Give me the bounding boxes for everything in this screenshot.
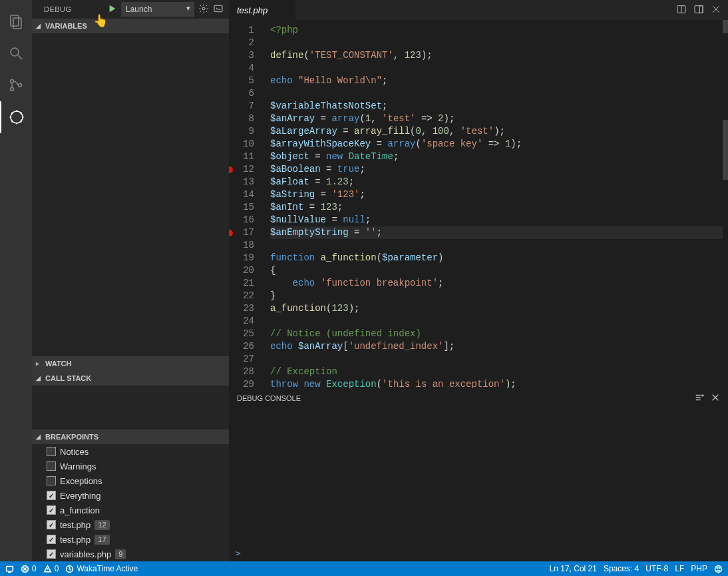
breakpoint-item[interactable]: test.php12 <box>32 517 229 532</box>
line-number[interactable]: 8 <box>229 113 254 125</box>
line-number[interactable]: 23 <box>229 302 254 315</box>
editor-body[interactable]: 1234567891011121314151617181920212223242… <box>229 20 728 388</box>
line-number[interactable]: 6 <box>229 87 254 100</box>
code-line[interactable]: echo $anArray['undefined_index']; <box>270 340 728 353</box>
encoding[interactable]: UTF-8 <box>645 564 668 573</box>
debug-console-input[interactable]: > <box>229 544 728 561</box>
explorer-icon[interactable] <box>0 5 32 37</box>
line-number[interactable]: 10 <box>229 138 254 150</box>
code-line[interactable]: { <box>270 264 728 277</box>
code-line[interactable]: // Notice (undefined index) <box>270 328 728 340</box>
code-line[interactable]: $arrayWithSpaceKey = array('space key' =… <box>270 138 728 150</box>
line-number[interactable]: 21 <box>229 277 254 290</box>
line-number[interactable]: 22 <box>229 290 254 302</box>
indentation[interactable]: Spaces: 4 <box>604 564 639 573</box>
code-line[interactable]: throw new Exception('this is an exceptio… <box>270 378 728 388</box>
breakpoints-section-header[interactable]: ◢ BREAKPOINTS <box>32 430 229 444</box>
breakpoint-item[interactable]: test.php17 <box>32 532 229 547</box>
line-number[interactable]: 25 <box>229 328 254 340</box>
checkbox[interactable] <box>47 476 56 485</box>
breakpoint-item[interactable]: Everything <box>32 488 229 503</box>
code-line[interactable] <box>270 239 728 252</box>
clear-console-icon[interactable] <box>695 393 704 404</box>
callstack-section-header[interactable]: ◢ CALL STACK <box>32 371 229 386</box>
minimap[interactable] <box>723 20 728 388</box>
breakpoint-item[interactable]: Notices <box>32 444 229 459</box>
code-line[interactable]: $anArray = array(1, 'test' => 2); <box>270 113 728 125</box>
checkbox[interactable] <box>47 461 56 471</box>
close-icon[interactable] <box>711 4 721 17</box>
debug-console-icon[interactable] <box>213 3 224 16</box>
code-line[interactable]: $aBoolean = true; <box>270 163 728 176</box>
launch-config-select[interactable]: Launch <box>121 2 194 17</box>
breakpoint-item[interactable]: variables.php9 <box>32 547 229 561</box>
line-number[interactable]: 24 <box>229 315 254 328</box>
line-number[interactable]: 13 <box>229 176 254 188</box>
code-line[interactable]: a_function(123); <box>270 302 728 315</box>
remote-icon[interactable] <box>5 565 14 573</box>
breakpoint-dot[interactable] <box>229 230 233 236</box>
code-line[interactable]: $aString = '123'; <box>270 188 728 201</box>
close-panel-icon[interactable] <box>711 393 720 404</box>
scm-icon[interactable] <box>0 69 32 101</box>
breakpoint-item[interactable]: Warnings <box>32 459 229 473</box>
code-line[interactable] <box>270 315 728 328</box>
code-line[interactable]: function a_function($parameter) <box>270 252 728 264</box>
wakatime-item[interactable]: WakaTime Active <box>65 564 138 573</box>
start-debug-button[interactable] <box>108 4 117 15</box>
split-editor-icon[interactable] <box>676 4 687 17</box>
warnings-item[interactable]: 0 <box>43 564 59 573</box>
code-line[interactable] <box>270 87 728 100</box>
breakpoint-dot[interactable] <box>229 166 233 173</box>
variables-section-header[interactable]: ◢ VARIABLES <box>32 19 229 33</box>
line-number[interactable]: 19 <box>229 252 254 264</box>
line-number[interactable]: 12 <box>229 163 254 176</box>
line-number[interactable]: 7 <box>229 100 254 113</box>
cursor-position[interactable]: Ln 17, Col 21 <box>550 564 597 573</box>
code-line[interactable]: // Exception <box>270 366 728 378</box>
line-number[interactable]: 26 <box>229 340 254 353</box>
eol[interactable]: LF <box>675 564 684 573</box>
code-line[interactable]: echo "Hello World\n"; <box>270 75 728 87</box>
gear-icon[interactable] <box>198 3 209 16</box>
line-number[interactable]: 2 <box>229 37 254 49</box>
line-number[interactable]: 20 <box>229 264 254 277</box>
code-line[interactable] <box>270 353 728 366</box>
code-line[interactable]: echo 'function breakpoint'; <box>270 277 728 290</box>
code-line[interactable]: } <box>270 290 728 302</box>
line-number[interactable]: 1 <box>229 24 254 37</box>
code-line[interactable]: define('TEST_CONSTANT', 123); <box>270 49 728 62</box>
code-line[interactable]: $nullValue = null; <box>270 214 728 226</box>
line-number[interactable]: 5 <box>229 75 254 87</box>
line-number[interactable]: 15 <box>229 201 254 214</box>
debug-icon[interactable] <box>0 101 32 133</box>
checkbox[interactable] <box>47 505 56 515</box>
code-line[interactable]: $aFloat = 1.23; <box>270 176 728 188</box>
code-line[interactable]: $object = new DateTime; <box>270 150 728 163</box>
code-line[interactable]: <?php <box>270 24 728 37</box>
code-line[interactable] <box>270 37 728 49</box>
breakpoint-item[interactable]: Exceptions <box>32 473 229 488</box>
tab-test-php[interactable]: test.php <box>229 0 295 20</box>
line-number[interactable]: 29 <box>229 378 254 388</box>
line-number[interactable]: 28 <box>229 366 254 378</box>
code-line[interactable]: $anInt = 123; <box>270 201 728 214</box>
checkbox[interactable] <box>47 535 56 544</box>
line-number[interactable]: 14 <box>229 188 254 201</box>
more-icon[interactable] <box>693 4 704 17</box>
code-line[interactable]: $anEmptyString = ''; <box>270 226 728 239</box>
feedback-icon[interactable] <box>714 565 723 573</box>
line-number[interactable]: 27 <box>229 353 254 366</box>
line-number[interactable]: 3 <box>229 49 254 62</box>
line-number[interactable]: 11 <box>229 150 254 163</box>
watch-section-header[interactable]: ▹ WATCH <box>32 356 229 371</box>
checkbox[interactable] <box>47 491 56 500</box>
line-number[interactable]: 9 <box>229 125 254 138</box>
errors-item[interactable]: 0 <box>21 564 37 573</box>
line-number[interactable]: 17 <box>229 226 254 239</box>
checkbox[interactable] <box>47 447 56 456</box>
line-number[interactable]: 18 <box>229 239 254 252</box>
code-line[interactable] <box>270 62 728 75</box>
line-number[interactable]: 4 <box>229 62 254 75</box>
checkbox[interactable] <box>47 520 56 529</box>
